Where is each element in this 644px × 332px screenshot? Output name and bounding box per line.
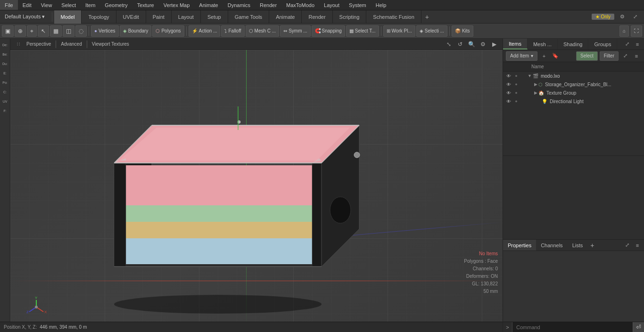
command-submit-button[interactable]: ⏎ [633, 322, 644, 332]
sidebar-item-1[interactable]: De: [1, 40, 9, 49]
tool-center[interactable]: ⊕ [15, 25, 26, 37]
eye-icon2-texture[interactable]: ● [512, 89, 520, 97]
panel-tab-groups[interactable]: Groups [588, 39, 617, 49]
items-add-icon[interactable]: + [539, 51, 549, 61]
tool-grid[interactable]: ▦ [50, 25, 62, 37]
tab-uvedit[interactable]: UVEdit [116, 10, 146, 24]
tab-animate[interactable]: Animate [269, 10, 302, 24]
vertices-button[interactable]: ● Vertices [91, 25, 119, 37]
menu-render[interactable]: Render [255, 0, 281, 10]
selecti-button[interactable]: ◈ Selecti ... [416, 25, 447, 37]
eye-icon-light[interactable]: 👁 [505, 97, 512, 105]
vp-play-icon[interactable]: ▶ [489, 40, 499, 49]
sidebar-item-3[interactable]: Du: [1, 59, 9, 68]
tab-game-tools[interactable]: Game Tools [228, 10, 270, 24]
tab-model[interactable]: Model [54, 10, 82, 24]
props-expand-icon[interactable]: ⤢ [622, 241, 632, 250]
lock-icon-storage[interactable] [520, 81, 528, 88]
perspective-button[interactable]: Perspective [24, 41, 54, 47]
items-filter-button[interactable]: Filter [600, 51, 619, 61]
viewport[interactable]: ∷ Perspective Advanced Viewport Textures… [10, 39, 503, 322]
props-tab-properties[interactable]: Properties [503, 240, 536, 251]
default-layouts-dropdown[interactable]: Default Layouts ▾ [0, 14, 50, 20]
sidebar-item-5[interactable]: Po: [1, 78, 9, 87]
tab-paint[interactable]: Paint [146, 10, 172, 24]
tab-setup[interactable]: Setup [201, 10, 228, 24]
menu-texture[interactable]: Texture [132, 0, 159, 10]
tool-circle[interactable]: ◌ [75, 25, 87, 37]
star-only-badge[interactable]: ★ Only [592, 14, 614, 20]
tab-scripting[interactable]: Scripting [333, 10, 367, 24]
panel-options-icon[interactable]: ≡ [633, 40, 642, 49]
props-tab-channels[interactable]: Channels [536, 240, 567, 251]
work-pl-button[interactable]: ⊞ Work Pl... [383, 25, 415, 37]
viewport-home-button[interactable]: ⌂ [619, 25, 629, 37]
items-select-button[interactable]: Select [576, 51, 598, 61]
props-tab-lists[interactable]: Lists [568, 240, 588, 251]
eye-icon2-modo-lxo[interactable]: ● [512, 72, 520, 80]
action-button[interactable]: ⚡ Action ... [189, 25, 221, 37]
props-menu-icon[interactable]: ≡ [633, 241, 642, 250]
tool-select-arrow[interactable]: ↖ [38, 25, 49, 37]
sidebar-item-4[interactable]: E: [1, 69, 9, 77]
panel-tab-shading[interactable]: Shading [558, 39, 588, 49]
eye-icon-storage[interactable]: 👁 [505, 81, 512, 88]
menu-select[interactable]: Select [57, 0, 81, 10]
list-item-directional-light[interactable]: 👁 ● 💡 Directional Light [503, 97, 644, 105]
mesh-c-button[interactable]: ⬡ Mesh C ... [246, 25, 280, 37]
boundary-button[interactable]: ◈ Boundary [120, 25, 152, 37]
items-menu-icon[interactable]: ≡ [632, 51, 641, 61]
tab-schematic-fusion[interactable]: Schematic Fusion [366, 10, 421, 24]
add-layout-tab-button[interactable]: + [421, 10, 433, 24]
menu-help[interactable]: Help [371, 0, 391, 10]
menu-file[interactable]: File [0, 0, 18, 10]
list-item-modo-lxo[interactable]: 👁 ● ▼ 🎬 modo.lxo [503, 72, 644, 80]
symm-button[interactable]: ⇔ Symm ... [280, 25, 310, 37]
tab-render[interactable]: Render [302, 10, 332, 24]
menu-layout[interactable]: Layout [319, 0, 344, 10]
menu-item[interactable]: Item [81, 0, 100, 10]
panel-tab-items[interactable]: Items [503, 39, 528, 49]
layout-gear-icon[interactable]: ⚙ [617, 14, 627, 20]
eye-icon2-light[interactable]: ● [512, 97, 520, 105]
menu-maxtomodo[interactable]: MaxToModo [281, 0, 319, 10]
select-t-button[interactable]: ▦ Select T... [346, 25, 379, 37]
lock-icon-texture[interactable] [520, 89, 528, 97]
menu-view[interactable]: View [36, 0, 57, 10]
list-item-storage[interactable]: 👁 ● ▶ ⬡ Storage_Organizer_Fabric_Bl... [503, 80, 644, 89]
falloff-button[interactable]: ⤵ Falloff [221, 25, 244, 37]
tool-move[interactable]: ⌖ [27, 25, 37, 37]
polygons-button[interactable]: ⬡ Polygons [152, 25, 184, 37]
tool-select-mode[interactable]: ▣ [2, 25, 14, 37]
tool-plane[interactable]: ◫ [63, 25, 74, 37]
command-input[interactable] [512, 322, 633, 332]
menu-system[interactable]: System [344, 0, 371, 10]
panel-tab-mesh[interactable]: Mesh ... [528, 39, 558, 49]
sidebar-item-6[interactable]: C: [1, 88, 9, 96]
menu-edit[interactable]: Edit [18, 0, 36, 10]
vp-fit-icon[interactable]: ⤡ [444, 40, 454, 49]
eye-icon-texture[interactable]: 👁 [505, 89, 512, 97]
viewport-textures-button[interactable]: Viewport Textures [89, 41, 132, 47]
menu-dynamics[interactable]: Dynamics [223, 0, 255, 10]
menu-geometry[interactable]: Geometry [100, 0, 132, 10]
lock-icon-modo-lxo[interactable] [520, 72, 528, 80]
snapping-button[interactable]: 🧲 Snapping [312, 25, 345, 37]
panel-expand-icon[interactable]: ⤢ [622, 40, 632, 49]
layout-resize-icon[interactable]: ⤢ [630, 14, 640, 20]
tab-layout[interactable]: Layout [172, 10, 201, 24]
advanced-button[interactable]: Advanced [58, 41, 84, 47]
eye-icon2-storage[interactable]: ● [512, 81, 520, 88]
items-expand-icon[interactable]: ⤢ [620, 51, 630, 61]
lock-icon-light[interactable] [520, 97, 528, 105]
items-bookmark-icon[interactable]: 🔖 [551, 51, 560, 61]
viewport-fullscreen-button[interactable]: ⛶ [631, 25, 642, 37]
vp-gear-icon[interactable]: ⚙ [478, 40, 487, 49]
sidebar-item-7[interactable]: UV [1, 97, 9, 105]
eye-icon-modo-lxo[interactable]: 👁 [505, 72, 512, 80]
list-item-texture-group[interactable]: 👁 ● ▶ 🏠 Texture Group [503, 89, 644, 97]
sidebar-item-2[interactable]: Be: [1, 50, 9, 58]
props-add-tab-button[interactable]: + [587, 242, 597, 249]
add-item-button[interactable]: Add Item ▾ [506, 51, 537, 61]
tab-topology[interactable]: Topology [82, 10, 116, 24]
